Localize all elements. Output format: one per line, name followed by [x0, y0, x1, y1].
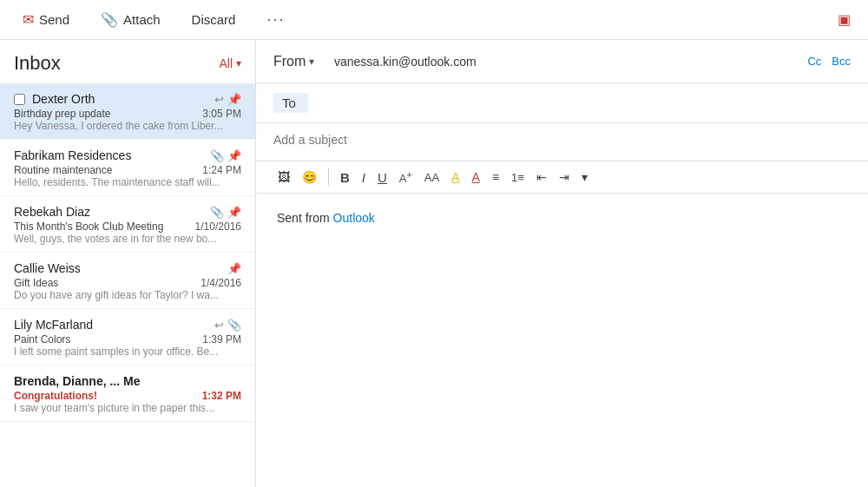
compose-from-row: From ▾ vanessa.kin@outlook.com Cc Bcc	[256, 40, 868, 83]
to-input[interactable]	[319, 96, 851, 110]
insert-image-button[interactable]: 🖼	[273, 168, 294, 187]
email-sender: Rebekah Diaz	[14, 205, 90, 219]
compose-subject-row	[256, 123, 868, 161]
pin-icon: 📌	[227, 262, 241, 275]
email-sender: Dexter Orth	[32, 92, 95, 106]
compose-body: Sent from Outlook	[256, 194, 868, 487]
paperclip-icon: 📎	[227, 319, 241, 332]
email-preview: Well, guys, the votes are in for the new…	[14, 233, 241, 245]
bold-icon: B	[340, 170, 350, 185]
from-label-container: From ▾	[273, 54, 326, 69]
email-item[interactable]: Brenda, Dianne, ... Me Congratulations! …	[0, 365, 255, 422]
cc-bcc-buttons: Cc Bcc	[807, 55, 851, 68]
font-size-down-icon: AA	[424, 171, 439, 184]
reply-icon: ↩	[214, 93, 224, 106]
italic-icon: I	[362, 170, 365, 185]
email-subject: Gift Ideas	[14, 277, 194, 289]
sidebar: Inbox All ▾ Dexter Orth ↩📌 Birthday prep…	[0, 40, 256, 487]
email-time: 1:39 PM	[202, 333, 241, 346]
attach-label: Attach	[123, 12, 161, 27]
underline-button[interactable]: U	[373, 168, 391, 188]
inbox-title: Inbox	[14, 52, 61, 75]
filter-dropdown[interactable]: All ▾	[219, 56, 241, 70]
email-icon-group: 📎📌	[210, 206, 241, 219]
filter-arrow-icon: ▾	[236, 57, 241, 69]
email-preview: Do you have any gift ideas for Taylor? I…	[14, 289, 241, 301]
sidebar-header: Inbox All ▾	[0, 40, 255, 83]
main-toolbar: ✉ Send 📎 Attach Discard ··· ▣	[0, 0, 868, 40]
indent-decrease-button[interactable]: ⇤	[532, 168, 551, 187]
from-dropdown-icon[interactable]: ▾	[309, 56, 314, 68]
font-color-button[interactable]: A	[468, 168, 484, 187]
email-icon-group: ↩📌	[214, 93, 241, 106]
emoji-icon: 😊	[302, 170, 317, 184]
numbering-button[interactable]: 1≡	[507, 168, 529, 187]
from-label: From	[273, 54, 306, 69]
bcc-button[interactable]: Bcc	[832, 55, 851, 68]
email-checkbox[interactable]	[14, 94, 25, 105]
email-sender: Fabrikam Residences	[14, 148, 131, 162]
email-subject: Paint Colors	[14, 333, 195, 346]
email-item[interactable]: Dexter Orth ↩📌 Birthday prep update 3:05…	[0, 83, 255, 140]
italic-button[interactable]: I	[358, 168, 370, 188]
email-subject: Routine maintenance	[14, 164, 195, 176]
paperclip-icon: 📎	[210, 149, 224, 162]
email-time: 1:32 PM	[202, 390, 241, 402]
toolbar-divider-1	[328, 168, 329, 186]
email-subject: Congratulations!	[14, 390, 97, 402]
email-item[interactable]: Rebekah Diaz 📎📌 This Month's Book Club M…	[0, 196, 255, 253]
email-preview: I saw your team's picture in the paper t…	[14, 402, 241, 414]
font-size-up-button[interactable]: A+	[395, 167, 417, 188]
main-content: Inbox All ▾ Dexter Orth ↩📌 Birthday prep…	[0, 40, 868, 487]
subject-input[interactable]	[273, 133, 851, 147]
from-email: vanessa.kin@outlook.com	[334, 55, 807, 69]
email-time: 3:05 PM	[202, 108, 241, 120]
compose-formatting-toolbar: 🖼 😊 B I U A+ AA A	[256, 161, 868, 194]
indent-increase-icon: ⇥	[559, 170, 569, 184]
pin-icon: 📌	[227, 206, 241, 219]
window-icon: ▣	[838, 11, 851, 28]
compose-to-row: To	[256, 83, 868, 123]
more-format-button[interactable]: ▾	[577, 168, 592, 187]
email-time: 1:24 PM	[202, 164, 241, 176]
underline-icon: U	[378, 170, 387, 185]
email-sender: Lily McFarland	[14, 318, 93, 332]
email-icon-group: 📎📌	[210, 149, 241, 162]
email-time: 1/4/2016	[201, 277, 241, 289]
font-size-down-button[interactable]: AA	[420, 168, 444, 187]
pin-icon: 📌	[227, 149, 241, 162]
email-sender: Brenda, Dianne, ... Me	[14, 374, 140, 388]
image-icon: 🖼	[278, 170, 290, 184]
font-size-up-icon: A+	[399, 172, 412, 185]
send-button[interactable]: ✉ Send	[17, 8, 75, 31]
indent-decrease-icon: ⇤	[536, 170, 547, 184]
cc-button[interactable]: Cc	[807, 55, 821, 68]
bold-button[interactable]: B	[336, 168, 354, 188]
email-item[interactable]: Callie Weiss 📌 Gift Ideas 1/4/2016 Do yo…	[0, 253, 255, 309]
discard-button[interactable]: Discard	[187, 9, 241, 30]
numbering-icon: 1≡	[511, 171, 524, 184]
email-sender: Callie Weiss	[14, 261, 81, 275]
email-list: Dexter Orth ↩📌 Birthday prep update 3:05…	[0, 83, 255, 487]
email-item[interactable]: Fabrikam Residences 📎📌 Routine maintenan…	[0, 140, 255, 196]
more-options-button[interactable]: ···	[261, 7, 290, 32]
indent-increase-button[interactable]: ⇥	[555, 168, 574, 187]
email-subject: This Month's Book Club Meeting	[14, 220, 188, 233]
email-preview: Hello, residents. The maintenance staff …	[14, 176, 241, 188]
outlook-link[interactable]: Outlook	[333, 211, 375, 225]
discard-label: Discard	[192, 12, 236, 27]
send-icon: ✉	[23, 11, 34, 28]
email-preview: Hey Vanessa, I ordered the cake from Lib…	[14, 120, 241, 132]
to-label: To	[273, 93, 308, 113]
email-icon-group: ↩📎	[214, 319, 241, 332]
reply-icon: ↩	[214, 319, 224, 332]
paperclip-icon: 📎	[210, 206, 224, 219]
highlight-button[interactable]: A	[447, 168, 464, 187]
pin-icon: 📌	[227, 93, 241, 106]
more-icon: ···	[266, 10, 285, 29]
send-label: Send	[39, 12, 69, 27]
emoji-button[interactable]: 😊	[298, 168, 321, 187]
attach-button[interactable]: 📎 Attach	[95, 8, 166, 31]
bullets-button[interactable]: ≡	[488, 168, 503, 187]
email-item[interactable]: Lily McFarland ↩📎 Paint Colors 1:39 PM I…	[0, 309, 255, 365]
